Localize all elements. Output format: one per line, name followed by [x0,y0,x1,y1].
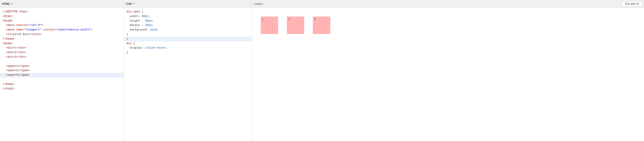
main-layout: HTML ▼ <!DOCTYPE html> <html> <head> <me… [0,0,644,141]
css-panel: CSS ▼ div,span { width: 80px; height : 8… [124,0,252,141]
code-line: margin : 20px; [124,23,252,28]
code-line: | [124,37,252,41]
code-line: <head> [0,19,124,23]
box-label-1: 1 [262,18,264,21]
code-line [0,77,124,82]
output-panel-title: Output [254,2,263,6]
output-boxes: 1 2 3 [256,12,640,38]
code-line: <meta name="viewport" content="width=dev… [0,28,124,32]
code-line: <body> [0,41,124,46]
code-line: width: 80px; [124,14,252,19]
html-panel-header: HTML ▼ [0,0,124,8]
html-dropdown-arrow[interactable]: ▼ [11,3,12,5]
output-box-3: 3 [313,17,330,34]
code-line: <span>3</span> [0,73,124,77]
css-code-area[interactable]: div,span { width: 80px; height : 80px; m… [124,8,252,141]
output-panel: Output Run with JS 1 2 3 [252,0,644,141]
code-line: </head> [0,37,124,41]
code-line: <div>3</div> [0,55,124,59]
code-line: } [124,32,252,37]
css-panel-title: CSS [126,2,132,6]
output-box-2: 2 [287,17,304,34]
code-line: <div>1</div> [0,46,124,50]
code-line: div { [124,41,252,46]
html-code-area[interactable]: <!DOCTYPE html> <html> <head> <meta char… [0,8,124,141]
code-line: </html> [0,87,124,91]
html-panel: HTML ▼ <!DOCTYPE html> <html> <head> <me… [0,0,124,141]
box-label-3: 3 [314,18,316,21]
code-line: } [124,50,252,55]
code-line: <meta charset="utf-8"> [0,23,124,28]
code-line: <html> [0,14,124,19]
code-line: <div>2</div> [0,50,124,55]
output-box-1: 1 [261,17,278,34]
code-line [0,59,124,64]
output-panel-header: Output Run with JS [252,0,644,8]
code-line: <span>1</span> [0,64,124,69]
css-dropdown-arrow[interactable]: ▼ [133,3,134,5]
code-line: <!DOCTYPE html> [0,10,124,14]
code-line: div,span { [124,10,252,14]
code-line: </body> [0,82,124,87]
code-line: height : 80px; [124,19,252,23]
html-panel-title: HTML [2,2,10,6]
css-panel-header: CSS ▼ [124,0,252,8]
output-area: 1 2 3 [252,8,644,141]
code-line: <title>JS Bin</title> [0,32,124,37]
code-line: display: inline-block; [124,46,252,50]
code-line: <span>2</span> [0,68,124,73]
box-label-2: 2 [288,18,290,21]
run-button[interactable]: Run with JS [622,1,642,7]
code-line: background: pink; [124,28,252,32]
